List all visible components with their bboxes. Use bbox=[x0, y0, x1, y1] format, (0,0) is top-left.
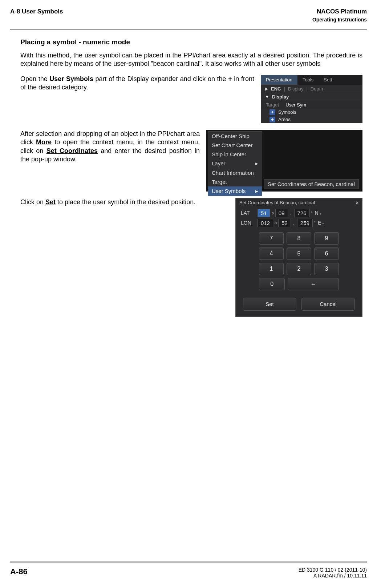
tab-settings[interactable]: Sett bbox=[319, 75, 337, 85]
mi-off-center-ship[interactable]: Off-Center Ship bbox=[208, 132, 262, 141]
header-left: A-8 User Symbols bbox=[10, 8, 63, 23]
content-area: Placing a symbol - numeric mode With thi… bbox=[0, 30, 377, 317]
subtab-target[interactable]: Target bbox=[266, 102, 279, 108]
set-button[interactable]: Set bbox=[243, 298, 296, 311]
key-backspace[interactable]: ← bbox=[288, 278, 339, 290]
step-open-expander: Open the User Symbols part of the Displa… bbox=[20, 75, 362, 123]
key-1[interactable]: 1 bbox=[259, 263, 284, 275]
key-3[interactable]: 3 bbox=[314, 263, 339, 275]
step-context-menu: After selection and dropping of an objec… bbox=[20, 130, 362, 192]
lat-deg-input[interactable]: 51 bbox=[258, 209, 270, 217]
plus-bold: + bbox=[228, 75, 232, 82]
mi-chart-information[interactable]: Chart Information bbox=[208, 168, 262, 177]
dialog-buttons: Set Cancel bbox=[236, 294, 362, 317]
lon-deg-input[interactable]: 012 bbox=[258, 219, 273, 227]
chevron-right-icon: ▶ bbox=[265, 86, 268, 91]
key-0[interactable]: 0 bbox=[259, 278, 285, 290]
key-9[interactable]: 9 bbox=[314, 232, 339, 245]
header-subtitle: Operating Instructions bbox=[312, 17, 367, 23]
chevron-right-icon: ▸ bbox=[255, 160, 258, 167]
cancel-button[interactable]: Cancel bbox=[301, 298, 355, 311]
chevron-right-icon: ▸ bbox=[255, 188, 258, 194]
section-title: Placing a symbol - numeric mode bbox=[20, 38, 362, 46]
lat-min-input[interactable]: 09 bbox=[275, 209, 288, 217]
key-2[interactable]: 2 bbox=[287, 263, 311, 275]
mi-set-chart-center[interactable]: Set Chart Center bbox=[208, 141, 262, 150]
mi-ship-in-center[interactable]: Ship in Center bbox=[208, 150, 262, 159]
mi-target[interactable]: Target bbox=[208, 177, 262, 186]
numeric-keypad: 7 8 9 4 5 6 1 2 3 0 ← bbox=[259, 232, 339, 290]
dialog-titlebar: Set Coordinates of Beacon, cardinal × bbox=[236, 198, 362, 207]
dialog-title: Set Coordinates of Beacon, cardinal bbox=[239, 200, 315, 205]
leaf-symbols[interactable]: + Symbols bbox=[261, 109, 362, 116]
step-text-2: After selection and dropping of an objec… bbox=[20, 130, 200, 164]
figure-context-menu: Off-Center Ship Set Chart Center Ship in… bbox=[206, 130, 362, 192]
key-4[interactable]: 4 bbox=[259, 247, 284, 260]
page-number: A-86 bbox=[10, 567, 28, 576]
lon-mmin-input[interactable]: 259 bbox=[297, 219, 313, 227]
header-right: NACOS Platinum Operating Instructions bbox=[312, 8, 367, 23]
page-footer: A-86 ED 3100 G 110 / 02 (2011-10) A RADA… bbox=[10, 561, 367, 579]
key-6[interactable]: 6 bbox=[314, 247, 339, 260]
set-bold: Set bbox=[45, 198, 56, 206]
display-label: Display bbox=[272, 94, 289, 100]
mi-user-symbols[interactable]: User Symbols▸ bbox=[208, 186, 262, 196]
tab-presentation[interactable]: Presentation bbox=[261, 75, 297, 85]
figure-set-coordinates-dialog: Set Coordinates of Beacon, cardinal × LA… bbox=[235, 198, 362, 317]
lat-mmin-input[interactable]: 726 bbox=[294, 209, 310, 217]
page-header: A-8 User Symbols NACOS Platinum Operatin… bbox=[0, 0, 377, 25]
row-display-sub: Target User Sym bbox=[261, 101, 362, 109]
header-product: NACOS Platinum bbox=[312, 8, 367, 15]
lat-hemi-toggle[interactable]: N▾ bbox=[315, 210, 321, 216]
lon-row: LON 012o 52. 259′ E▾ bbox=[241, 219, 357, 227]
file-stamp: A RADAR.fm / 10.11.11 bbox=[299, 573, 367, 579]
step-text-1: Open the User Symbols part of the Displa… bbox=[20, 75, 254, 92]
subtab-user-sym[interactable]: User Sym bbox=[285, 102, 306, 108]
close-icon[interactable]: × bbox=[356, 200, 358, 205]
lon-hemi-toggle[interactable]: E▾ bbox=[318, 220, 324, 226]
plus-icon[interactable]: + bbox=[269, 109, 275, 115]
more-bold: More bbox=[36, 138, 52, 146]
step-text-3: Click on Set to place the user symbol in… bbox=[20, 198, 229, 206]
lat-row: LAT 51o 09. 726′ N▾ bbox=[241, 209, 357, 217]
key-7[interactable]: 7 bbox=[259, 232, 284, 245]
enc-label: ENC bbox=[271, 86, 281, 92]
key-5[interactable]: 5 bbox=[287, 247, 311, 260]
lon-label: LON bbox=[241, 220, 256, 226]
figure-display-expander: Presentation Tools Sett ▶ ENC | Display … bbox=[261, 75, 362, 123]
row-enc[interactable]: ▶ ENC | Display | Depth bbox=[261, 85, 362, 93]
doc-id: ED 3100 G 110 / 02 (2011-10) bbox=[299, 567, 367, 573]
step-set-position: Click on Set to place the user symbol in… bbox=[20, 198, 362, 317]
row-display[interactable]: ▼ Display bbox=[261, 93, 362, 101]
key-8[interactable]: 8 bbox=[287, 232, 311, 245]
tab-bar: Presentation Tools Sett bbox=[261, 75, 362, 85]
plus-icon[interactable]: + bbox=[269, 117, 275, 122]
tab-tools[interactable]: Tools bbox=[297, 75, 319, 85]
intro-paragraph: With this method, the user symbol can be… bbox=[20, 51, 362, 68]
leaf-areas[interactable]: + Areas bbox=[261, 116, 362, 123]
footer-right: ED 3100 G 110 / 02 (2011-10) A RADAR.fm … bbox=[299, 567, 367, 579]
coordinate-inputs: LAT 51o 09. 726′ N▾ LON 012o 52. 259′ E▾ bbox=[236, 207, 362, 229]
set-coordinates-bold: Set Coordinates bbox=[46, 147, 98, 154]
mi-layer[interactable]: Layer▸ bbox=[208, 159, 262, 168]
submenu-set-coordinates[interactable]: Set Coordinates of Beacon, cardinal bbox=[264, 179, 359, 189]
user-symbols-bold: User Symbols bbox=[49, 75, 93, 82]
context-menu: Off-Center Ship Set Chart Center Ship in… bbox=[208, 131, 262, 196]
lat-label: LAT bbox=[241, 210, 256, 216]
lon-min-input[interactable]: 52 bbox=[278, 219, 291, 227]
chevron-down-icon: ▼ bbox=[265, 94, 269, 99]
